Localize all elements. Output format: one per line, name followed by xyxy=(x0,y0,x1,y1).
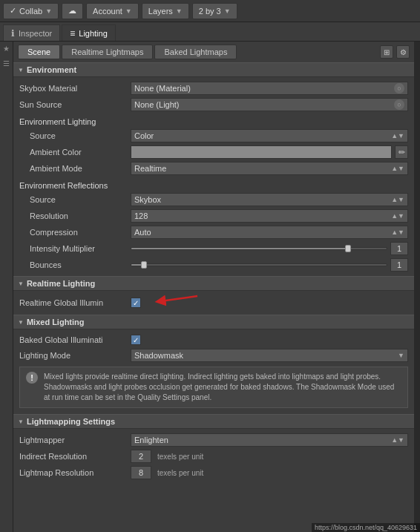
indirect-res-label: Indirect Resolution xyxy=(19,452,131,461)
intensity-slider-track[interactable] xyxy=(131,247,387,250)
content-panel: Scene Realtime Lightmaps Baked Lightmaps… xyxy=(13,42,414,532)
ambient-color-swatch[interactable] xyxy=(131,145,392,159)
intensity-slider-thumb[interactable] xyxy=(345,245,351,252)
lighting-label: Lighting xyxy=(79,29,108,38)
intensity-slider-fill xyxy=(131,248,348,249)
lighting-mode-dropdown[interactable]: Shadowmask ▼ xyxy=(131,349,408,362)
skybox-material-field[interactable]: None (Material) ○ xyxy=(131,82,408,95)
intensity-slider-row: 1 xyxy=(131,242,408,255)
layers-button[interactable]: Layers ▼ xyxy=(142,3,189,19)
info-icon: ! xyxy=(26,372,38,384)
toolbar: ✓ Collab ▼ ☁ Account ▼ Layers ▼ 2 by 3 ▼ xyxy=(0,0,420,22)
indirect-res-input[interactable]: 2 xyxy=(131,450,151,463)
realtime-gi-row: Realtime Global Illumin ✓ xyxy=(13,295,414,310)
bounces-slider-track[interactable] xyxy=(131,263,387,266)
mixed-collapse-icon: ▼ xyxy=(18,319,24,326)
skybox-material-label: Skybox Material xyxy=(19,84,131,93)
sun-source-field[interactable]: None (Light) ○ xyxy=(131,98,408,111)
realtime-lighting-label: Realtime Lighting xyxy=(27,279,95,288)
bounces-label: Bounces xyxy=(19,260,131,269)
refl-source-label: Source xyxy=(19,195,131,204)
resolution-label: Resolution xyxy=(19,211,131,220)
env-lighting-label: Environment Lighting xyxy=(19,117,96,126)
lightmap-res-label: Lightmap Resolution xyxy=(19,468,131,477)
realtime-lighting-body: Realtime Global Illumin ✓ xyxy=(13,291,414,315)
lightmapper-label: Lightmapper xyxy=(19,436,131,444)
inspector-icon: ℹ xyxy=(11,28,15,39)
red-arrow-annotation xyxy=(145,290,205,312)
bounces-slider-thumb[interactable] xyxy=(141,261,147,269)
sidebar-lock-icon[interactable]: ★ xyxy=(1,45,12,55)
compression-dropdown[interactable]: Auto ▲▼ xyxy=(131,226,408,239)
layout-label: 2 by 3 xyxy=(199,7,221,16)
skybox-material-row: Skybox Material None (Material) ○ xyxy=(13,80,414,96)
lighting-mode-arrow-icon: ▼ xyxy=(398,352,404,359)
panel-settings-icon[interactable]: ⊞ xyxy=(380,45,393,59)
refl-source-arrow-icon: ▲▼ xyxy=(391,196,404,203)
bounces-value[interactable]: 1 xyxy=(390,258,408,272)
realtime-gi-label: Realtime Global Illumin xyxy=(19,298,131,307)
sun-source-row: Sun Source None (Light) ○ xyxy=(13,96,414,113)
bounces-row: Bounces 1 xyxy=(13,257,414,273)
realtime-gi-checkbox[interactable]: ✓ xyxy=(131,298,141,308)
baked-gi-row: Baked Global Illuminati ✓ xyxy=(13,332,414,347)
source-value: Color xyxy=(134,131,154,140)
panel-gear-icon[interactable]: ⚙ xyxy=(396,45,410,59)
scrollbar[interactable] xyxy=(414,42,420,532)
ambient-mode-label: Ambient Mode xyxy=(19,164,131,173)
ambient-mode-dropdown[interactable]: Realtime ▲▼ xyxy=(131,162,408,175)
sidebar-menu-icon[interactable]: ☰ xyxy=(1,59,12,70)
intensity-value[interactable]: 1 xyxy=(390,242,408,255)
lightmapping-section-header[interactable]: ▼ Lightmapping Settings xyxy=(13,414,414,429)
lightmap-res-input[interactable]: 8 xyxy=(131,466,151,479)
lightmap-res-unit: texels per unit xyxy=(157,469,203,477)
lighting-mode-label: Lighting Mode xyxy=(19,351,131,360)
baked-gi-label: Baked Global Illuminati xyxy=(19,335,131,344)
skybox-material-value: None (Material) ○ xyxy=(131,82,408,95)
compression-row: Compression Auto ▲▼ xyxy=(13,224,414,240)
mixed-lighting-info: ! Mixed lights provide realtime direct l… xyxy=(19,367,408,408)
main-layout: ★ ☰ Scene Realtime Lightmaps Baked Light… xyxy=(0,42,420,532)
environment-section-body: Skybox Material None (Material) ○ Sun So… xyxy=(13,77,414,276)
ambient-color-picker-icon[interactable]: ✏ xyxy=(395,145,408,159)
collab-button[interactable]: ✓ Collab ▼ xyxy=(3,3,59,19)
baked-gi-checkbox[interactable]: ✓ xyxy=(131,335,141,345)
subtab-baked[interactable]: Baked Lightmaps xyxy=(154,45,237,59)
ambient-color-label: Ambient Color xyxy=(19,148,131,157)
tab-lighting[interactable]: ≡ Lighting xyxy=(62,24,116,41)
tab-inspector[interactable]: ℹ Inspector xyxy=(3,24,60,41)
sun-source-text: None (Light) xyxy=(134,100,180,109)
environment-label: Environment xyxy=(27,65,76,74)
sun-source-value: None (Light) ○ xyxy=(131,98,408,111)
panel-tabs: ℹ Inspector ≡ Lighting xyxy=(0,22,420,42)
layout-button[interactable]: 2 by 3 ▼ xyxy=(192,3,237,19)
mixed-lighting-section-header[interactable]: ▼ Mixed Lighting xyxy=(13,315,414,329)
account-button[interactable]: Account ▼ xyxy=(86,3,139,19)
realtime-lighting-section-header[interactable]: ▼ Realtime Lighting xyxy=(13,276,414,291)
realtime-collapse-icon: ▼ xyxy=(18,280,24,287)
lightmapper-row: Lightmapper Enlighten ▲▼ xyxy=(13,432,414,448)
cloud-button[interactable]: ☁ xyxy=(62,3,83,19)
skybox-material-text: None (Material) xyxy=(134,84,191,93)
subtab-realtime[interactable]: Realtime Lightmaps xyxy=(62,45,153,59)
refl-source-dropdown[interactable]: Skybox ▲▼ xyxy=(131,193,408,206)
check-icon: ✓ xyxy=(10,6,16,16)
environment-section-header[interactable]: ▼ Environment xyxy=(13,62,414,77)
source-dropdown[interactable]: Color ▲▼ xyxy=(131,129,408,142)
resolution-arrow-icon: ▲▼ xyxy=(391,212,404,220)
skybox-pick-icon[interactable]: ○ xyxy=(394,83,404,93)
watermark: https://blog.csdn.net/qq_40629631 xyxy=(312,523,420,532)
env-reflections-subheader: Environment Reflections xyxy=(13,177,414,191)
sidebar: ★ ☰ xyxy=(0,42,13,532)
resolution-dropdown[interactable]: 128 ▲▼ xyxy=(131,209,408,223)
subtab-scene[interactable]: Scene xyxy=(18,45,60,59)
lighting-mode-value: Shadowmask xyxy=(134,351,183,360)
source-label: Source xyxy=(19,131,131,140)
sun-pick-icon[interactable]: ○ xyxy=(394,99,404,110)
source-arrow-icon: ▲▼ xyxy=(391,132,404,139)
collab-arrow: ▼ xyxy=(45,7,52,15)
lightmapper-dropdown[interactable]: Enlighten ▲▼ xyxy=(131,433,408,447)
account-arrow: ▼ xyxy=(125,7,132,15)
env-collapse-icon: ▼ xyxy=(18,67,24,73)
indirect-res-unit: texels per unit xyxy=(157,453,203,461)
